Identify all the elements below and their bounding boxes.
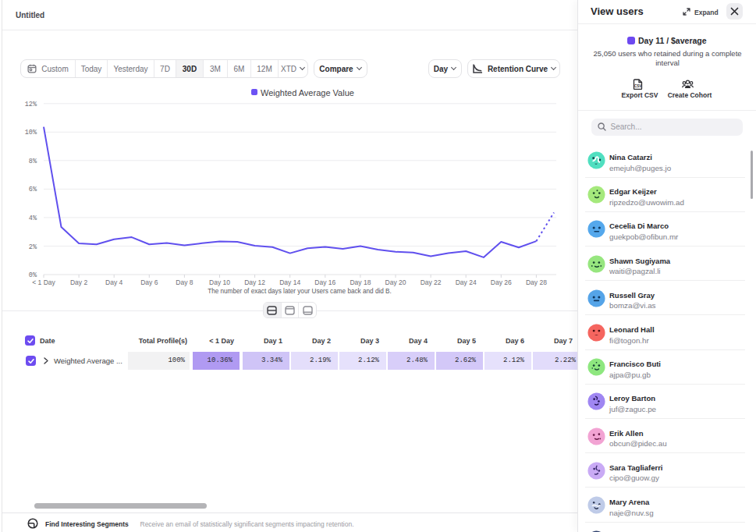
svg-text:Day 26: Day 26: [491, 278, 512, 286]
svg-text:12%: 12%: [25, 101, 37, 108]
svg-text:Day 6: Day 6: [140, 278, 158, 286]
svg-text:Day 8: Day 8: [176, 278, 193, 286]
svg-text:< 1 Day: < 1 Day: [32, 278, 55, 286]
svg-text:Day 18: Day 18: [350, 278, 371, 286]
svg-text:CSV: CSV: [634, 84, 641, 88]
svg-text:Weighted Average Value: Weighted Average Value: [261, 88, 354, 98]
svg-text:Day 28: Day 28: [526, 278, 547, 286]
svg-text:4%: 4%: [29, 215, 37, 222]
svg-text:The number of exact days later: The number of exact days later your User…: [208, 288, 392, 295]
svg-text:Day 24: Day 24: [456, 278, 477, 286]
svg-text:Day 10: Day 10: [209, 278, 230, 286]
svg-text:10%: 10%: [25, 129, 37, 137]
svg-text:Day 12: Day 12: [244, 278, 265, 286]
svg-text:Day 14: Day 14: [279, 278, 300, 286]
svg-text:Day 4: Day 4: [105, 278, 122, 286]
svg-text:8%: 8%: [29, 158, 37, 165]
svg-text:Day 22: Day 22: [421, 278, 442, 286]
svg-text:Day 16: Day 16: [314, 278, 335, 286]
svg-text:Day 2: Day 2: [70, 278, 87, 286]
svg-text:6%: 6%: [29, 186, 37, 193]
svg-text:2%: 2%: [29, 243, 37, 251]
svg-text:Day 20: Day 20: [385, 278, 406, 286]
